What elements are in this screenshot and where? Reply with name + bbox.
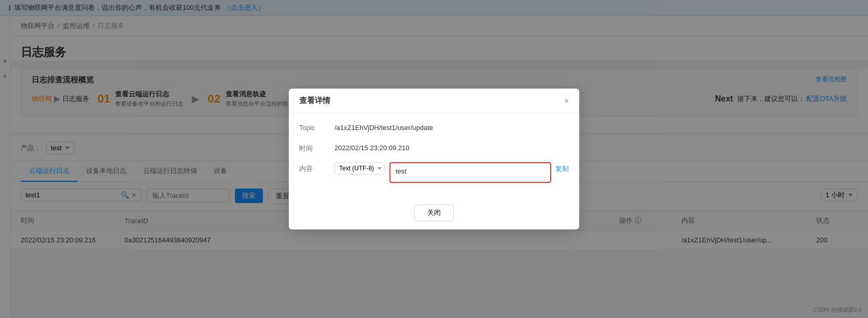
content-type-select[interactable]: Text (UTF-8) xyxy=(334,162,385,175)
modal-time-field: 时间 2022/02/15 23:20:09.210 xyxy=(299,142,569,154)
time-value: 2022/02/15 23:20:09.210 xyxy=(330,142,569,154)
content-label: 内容 xyxy=(299,162,330,174)
modal-overlay: 查看详情 × Topic /a1xZ1EhVjDH/test1/user/upd… xyxy=(0,0,868,317)
modal-header: 查看详情 × xyxy=(289,89,579,113)
modal-body: Topic /a1xZ1EhVjDH/test1/user/update 时间 … xyxy=(289,113,579,199)
copy-button[interactable]: 复制 xyxy=(555,162,569,174)
modal-footer: 关闭 xyxy=(289,199,579,229)
detail-modal: 查看详情 × Topic /a1xZ1EhVjDH/test1/user/upd… xyxy=(289,89,579,229)
modal-title: 查看详情 xyxy=(299,96,330,106)
modal-topic-field: Topic /a1xZ1EhVjDH/test1/user/update xyxy=(299,122,569,134)
topic-value: /a1xZ1EhVjDH/test1/user/update xyxy=(330,122,569,134)
modal-close-footer-btn[interactable]: 关闭 xyxy=(414,205,454,221)
modal-close-btn[interactable]: × xyxy=(564,96,569,106)
content-value-box: test xyxy=(389,162,551,183)
modal-content-field: 内容 Text (UTF-8) test 复制 xyxy=(299,162,569,183)
topic-label: Topic xyxy=(299,122,330,132)
time-label: 时间 xyxy=(299,142,330,153)
